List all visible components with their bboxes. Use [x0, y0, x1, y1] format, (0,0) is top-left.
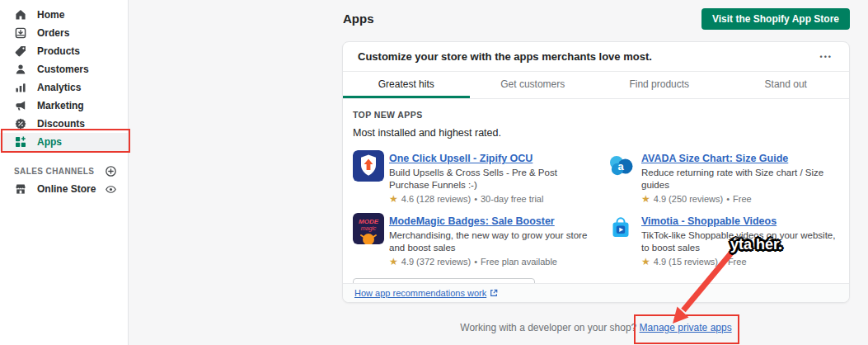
modemagic-app-icon[interactable]: MODEmagic [353, 213, 384, 244]
tab-greatest-hits[interactable]: Greatest hits [343, 72, 470, 98]
rating-text: 4.9 (15 reviews) [654, 257, 718, 267]
app-description: Reduce returning rate with Size chart / … [641, 167, 836, 191]
avada-letter: a [617, 160, 624, 172]
app-name-link[interactable]: One Click Upsell - Zipify OCU [389, 153, 533, 164]
overflow-menu-icon[interactable]: ••• [817, 50, 836, 64]
sidebar-item-home[interactable]: Home [0, 6, 128, 24]
dot-separator: • [721, 257, 725, 267]
card-title: Customize your store with the apps merch… [358, 50, 652, 63]
view-online-store-eye-icon[interactable] [105, 183, 117, 196]
manage-private-apps-wrap: Manage private apps [640, 322, 732, 333]
sidebar-item-discounts[interactable]: Discounts [0, 115, 128, 133]
app-name-link[interactable]: AVADA Size Chart: Size Guide [641, 153, 788, 164]
card-footer: How app recommendations work [343, 283, 849, 302]
sidebar-item-label: Analytics [37, 82, 81, 93]
sidebar-item-label: Orders [37, 27, 69, 39]
vimotia-app-icon[interactable] [605, 213, 636, 244]
star-icon: ★ [389, 257, 398, 267]
page-title: Apps [343, 12, 374, 26]
sidebar-item-label: Discounts [37, 118, 85, 130]
sidebar-item-apps[interactable]: Apps [0, 133, 128, 151]
products-tag-icon [14, 45, 27, 58]
sidebar-item-label: Marketing [37, 100, 84, 111]
app-listing-vimotia: Vimotia - Shoppable Videos TikTok-like S… [605, 213, 836, 267]
dot-separator: • [726, 194, 730, 204]
marketing-megaphone-icon [14, 99, 27, 112]
one-click-upsell-app-icon[interactable] [353, 150, 384, 182]
storefront-icon [14, 182, 27, 196]
star-icon: ★ [641, 194, 650, 204]
app-description: Merchandising, the new way to grow your … [389, 229, 595, 254]
home-icon [14, 8, 27, 21]
apps-grid-icon [14, 135, 27, 149]
recommended-apps-card: Customize your store with the apps merch… [342, 41, 850, 303]
analytics-bars-icon [14, 81, 27, 94]
sidebar-item-customers[interactable]: Customers [0, 60, 128, 78]
app-listing-modemagic: MODEmagic ModeMagic Badges: Sale Booster… [353, 213, 600, 267]
star-icon: ★ [389, 194, 398, 204]
section-subheading: Most installed and highest rated. [353, 127, 836, 139]
developer-prompt: Working with a developer on your shop? [460, 322, 636, 333]
modemagic-text-bottom: magic [361, 225, 377, 232]
tab-find-products[interactable]: Find products [596, 72, 723, 98]
dot-separator: • [474, 257, 477, 267]
sidebar-item-orders[interactable]: Orders [0, 24, 128, 42]
sidebar-item-label: Apps [37, 136, 62, 148]
sales-channels-heading: SALES CHANNELS [14, 167, 94, 176]
app-description: Build Upsells & Cross Sells - Pre & Post… [389, 167, 595, 191]
developer-footer: Working with a developer on your shop? M… [342, 322, 850, 333]
card-header: Customize your store with the apps merch… [343, 42, 849, 72]
sidebar: Home Orders Products Customers [0, 0, 129, 345]
app-name-link[interactable]: ModeMagic Badges: Sale Booster [389, 215, 555, 227]
sidebar-item-analytics[interactable]: Analytics [0, 78, 128, 97]
sidebar-item-label: Customers [37, 64, 89, 75]
sidebar-item-label: Products [37, 45, 80, 57]
app-rating: ★ 4.9 (250 reviews) • Free [641, 194, 836, 204]
rating-text: 4.9 (250 reviews) [654, 194, 723, 204]
shopify-admin-page: Home Orders Products Customers [0, 0, 868, 345]
sidebar-item-marketing[interactable]: Marketing [0, 97, 128, 115]
app-rating: ★ 4.6 (128 reviews) • 30-day free trial [389, 194, 595, 204]
rating-text: 4.9 (372 reviews) [401, 257, 471, 267]
pricing-text: 30-day free trial [481, 194, 543, 204]
channel-label: Online Store [37, 183, 105, 195]
visit-app-store-button[interactable]: Visit the Shopify App Store [701, 8, 850, 30]
section-heading: TOP NEW APPS [353, 110, 836, 120]
sales-channels-header: SALES CHANNELS [0, 162, 128, 180]
modemagic-text-top: MODE [359, 218, 379, 225]
pricing-text: Free plan available [481, 257, 557, 267]
sidebar-nav: Home Orders Products Customers [0, 0, 128, 151]
discounts-badge-icon [14, 117, 27, 130]
manage-private-apps-link[interactable]: Manage private apps [640, 322, 732, 333]
app-name-link[interactable]: Vimotia - Shoppable Videos [641, 215, 777, 227]
tab-get-customers[interactable]: Get customers [470, 72, 597, 98]
pricing-text: Free [728, 257, 747, 267]
app-rating: ★ 4.9 (15 reviews) • Free [641, 257, 836, 267]
card-body: TOP NEW APPS Most installed and highest … [343, 99, 849, 301]
app-rating: ★ 4.9 (372 reviews) • Free plan availabl… [389, 257, 595, 267]
app-listing-one-click-upsell: One Click Upsell - Zipify OCU Build Upse… [353, 150, 600, 204]
app-recommendations-link[interactable]: How app recommendations work [354, 288, 486, 298]
tab-stand-out[interactable]: Stand out [723, 72, 850, 98]
sidebar-item-online-store[interactable]: Online Store [0, 180, 128, 198]
dot-separator: • [474, 194, 477, 204]
star-icon: ★ [641, 257, 650, 267]
add-sales-channel-icon[interactable] [105, 165, 117, 177]
app-listing-avada-size-chart: a AVADA Size Chart: Size Guide Reduce re… [605, 150, 836, 204]
avada-app-icon[interactable]: a [605, 150, 636, 182]
orders-icon [14, 26, 27, 40]
customers-icon [14, 63, 27, 76]
annotation-text: ýta hér. [730, 236, 782, 253]
rating-text: 4.6 (128 reviews) [401, 194, 471, 204]
pricing-text: Free [733, 194, 752, 204]
card-tabs: Greatest hits Get customers Find product… [343, 72, 849, 99]
sidebar-item-products[interactable]: Products [0, 42, 128, 60]
external-link-icon [490, 289, 498, 297]
sidebar-item-label: Home [37, 9, 64, 21]
